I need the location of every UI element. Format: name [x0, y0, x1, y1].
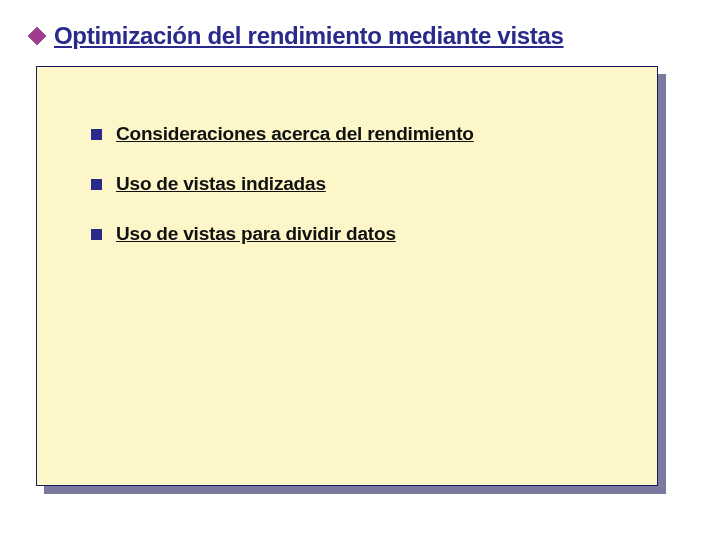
svg-marker-0 — [28, 27, 46, 45]
item-link-vistas-indizadas[interactable]: Uso de vistas indizadas — [116, 173, 326, 195]
item-link-dividir-datos[interactable]: Uso de vistas para dividir datos — [116, 223, 396, 245]
square-bullet-icon — [91, 229, 102, 240]
diamond-icon — [28, 27, 46, 45]
list-item: Uso de vistas para dividir datos — [91, 223, 621, 245]
list-item: Uso de vistas indizadas — [91, 173, 621, 195]
list-item: Consideraciones acerca del rendimiento — [91, 123, 621, 145]
square-bullet-icon — [91, 179, 102, 190]
item-link-consideraciones[interactable]: Consideraciones acerca del rendimiento — [116, 123, 474, 145]
content-panel: Consideraciones acerca del rendimiento U… — [36, 66, 658, 486]
slide-title: Optimización del rendimiento mediante vi… — [54, 22, 564, 50]
slide-title-row: Optimización del rendimiento mediante vi… — [28, 22, 564, 50]
square-bullet-icon — [91, 129, 102, 140]
